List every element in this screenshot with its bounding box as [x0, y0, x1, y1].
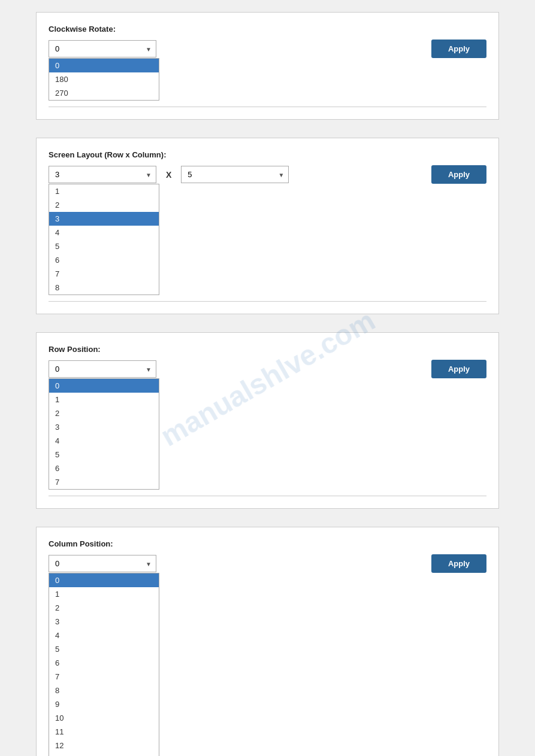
clockwise-rotate-option-0[interactable]: 0	[49, 59, 159, 72]
row-position-select[interactable]: 0 1 2 3 4 5 6 7	[49, 360, 156, 378]
column-position-option-12[interactable]: 12	[49, 739, 159, 752]
screen-layout-label: Screen Layout (Row x Column):	[49, 150, 486, 159]
column-position-option-9[interactable]: 9	[49, 697, 159, 711]
screen-layout-row-option-3[interactable]: 3	[49, 212, 159, 226]
clockwise-rotate-option-270[interactable]: 270	[49, 86, 159, 100]
row-position-option-6[interactable]: 6	[49, 462, 159, 475]
screen-layout-col-select-wrapper: 1 2 3 4 5 6 7 8 ▼	[181, 166, 289, 183]
row-position-select-wrapper: 0 1 2 3 4 5 6 7 ▼	[49, 360, 156, 378]
screen-layout-row-option-1[interactable]: 1	[49, 184, 159, 198]
row-position-option-2[interactable]: 2	[49, 406, 159, 420]
column-position-section: Column Position: 0 1 2 3 4 5 6 7 8 9 10 …	[36, 527, 499, 756]
column-position-option-7[interactable]: 7	[49, 670, 159, 684]
column-position-option-1[interactable]: 1	[49, 587, 159, 601]
column-position-option-2[interactable]: 2	[49, 601, 159, 615]
column-position-option-6[interactable]: 6	[49, 656, 159, 670]
column-position-option-8[interactable]: 8	[49, 684, 159, 697]
screen-layout-row-select-wrapper: 1 2 3 4 5 6 7 8 ▼	[49, 166, 156, 183]
screen-layout-section: Screen Layout (Row x Column): 1 2 3 4 5 …	[36, 138, 499, 314]
clockwise-rotate-select-wrapper: 0 90 180 270 ▼	[49, 40, 156, 57]
x-separator-label: X	[162, 170, 175, 180]
clockwise-rotate-label: Clockwise Rotate:	[49, 25, 486, 34]
screen-layout-row-option-8[interactable]: 8	[49, 281, 159, 294]
column-position-option-11[interactable]: 11	[49, 725, 159, 739]
clockwise-rotate-apply-button[interactable]: Apply	[431, 40, 486, 58]
row-position-option-0[interactable]: 0	[49, 379, 159, 393]
row-position-apply-button[interactable]: Apply	[431, 360, 486, 378]
column-position-select[interactable]: 0 1 2 3 4 5 6 7 8 9 10 11 12 13 14 15	[49, 555, 156, 572]
screen-layout-col-select[interactable]: 1 2 3 4 5 6 7 8	[181, 166, 289, 183]
screen-layout-row-option-6[interactable]: 6	[49, 253, 159, 267]
clockwise-rotate-select[interactable]: 0 90 180 270	[49, 40, 156, 57]
row-position-section: Row Position: 0 1 2 3 4 5 6 7 ▼ Apply 0 …	[36, 332, 499, 509]
clockwise-rotate-option-180[interactable]: 180	[49, 72, 159, 86]
column-position-option-10[interactable]: 10	[49, 711, 159, 725]
row-position-option-7[interactable]: 7	[49, 475, 159, 489]
column-position-apply-button[interactable]: Apply	[431, 554, 486, 573]
screen-layout-row-option-7[interactable]: 7	[49, 267, 159, 281]
screen-layout-row-option-4[interactable]: 4	[49, 226, 159, 239]
row-position-option-1[interactable]: 1	[49, 393, 159, 406]
screen-layout-apply-button[interactable]: Apply	[431, 165, 486, 184]
column-position-option-0[interactable]: 0	[49, 573, 159, 587]
screen-layout-row-option-5[interactable]: 5	[49, 239, 159, 253]
row-position-dropdown: 0 1 2 3 4 5 6 7	[49, 378, 159, 490]
column-position-option-4[interactable]: 4	[49, 629, 159, 642]
clockwise-rotate-dropdown: 0 180 270	[49, 58, 159, 101]
column-position-option-5[interactable]: 5	[49, 642, 159, 656]
column-position-dropdown: 0 1 2 3 4 5 6 7 8 9 10 11 12 13 14 15	[49, 573, 159, 756]
row-position-option-4[interactable]: 4	[49, 434, 159, 448]
column-position-select-wrapper: 0 1 2 3 4 5 6 7 8 9 10 11 12 13 14 15	[49, 555, 156, 572]
column-position-option-13[interactable]: 13	[49, 752, 159, 756]
row-position-label: Row Position:	[49, 345, 486, 354]
screen-layout-row-select[interactable]: 1 2 3 4 5 6 7 8	[49, 166, 156, 183]
row-position-option-5[interactable]: 5	[49, 448, 159, 462]
screen-layout-row-option-2[interactable]: 2	[49, 198, 159, 212]
row-position-option-3[interactable]: 3	[49, 420, 159, 434]
clockwise-rotate-section: Clockwise Rotate: 0 90 180 270 ▼ Apply 0…	[36, 12, 499, 120]
column-position-label: Column Position:	[49, 539, 486, 548]
column-position-option-3[interactable]: 3	[49, 615, 159, 629]
screen-layout-row-dropdown: 1 2 3 4 5 6 7 8	[49, 184, 159, 295]
